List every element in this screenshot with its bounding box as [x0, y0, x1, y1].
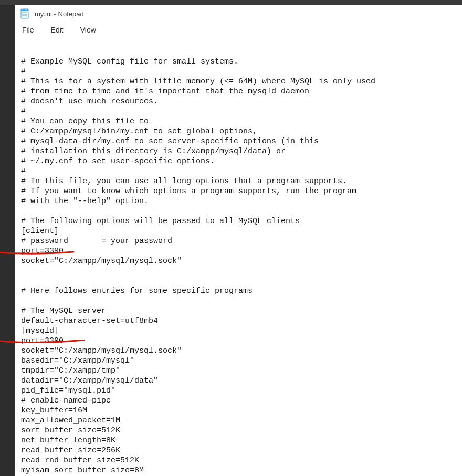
notepad-icon: [20, 8, 29, 19]
svg-rect-1: [21, 9, 28, 11]
svg-point-3: [24, 9, 25, 10]
menu-edit[interactable]: Edit: [51, 26, 64, 34]
side-strip: [0, 5, 15, 476]
svg-point-4: [25, 9, 26, 10]
window-title: my.ini - Notepad: [35, 10, 84, 18]
menubar: File Edit View: [15, 22, 462, 38]
notepad-window: my.ini - Notepad File Edit View # Exampl…: [15, 5, 462, 476]
menu-view[interactable]: View: [80, 26, 96, 34]
titlebar[interactable]: my.ini - Notepad: [15, 5, 462, 22]
menu-file[interactable]: File: [22, 26, 34, 34]
svg-point-2: [22, 9, 23, 10]
svg-point-5: [26, 9, 27, 10]
editor-content[interactable]: # Example MySQL config file for small sy…: [15, 38, 462, 476]
